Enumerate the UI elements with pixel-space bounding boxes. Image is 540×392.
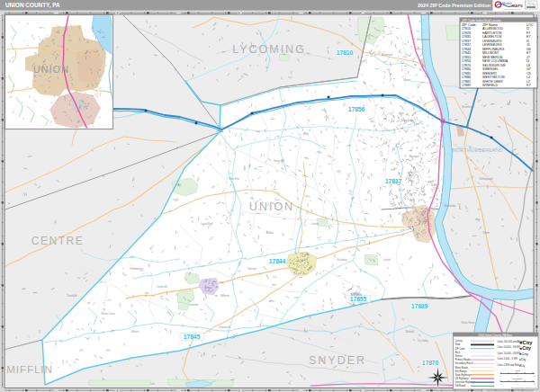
svg-text:Dewart: Dewart	[403, 78, 410, 82]
svg-text:17837: 17837	[462, 40, 471, 43]
svg-text:LAURELTON: LAURELTON	[482, 35, 502, 39]
svg-text:17870: 17870	[422, 360, 439, 366]
svg-text:Salem: Salem	[482, 231, 489, 235]
svg-text:NEW COLUMBIA: NEW COLUMBIA	[482, 59, 508, 63]
svg-text:Mazeppa: Mazeppa	[410, 155, 419, 158]
svg-text:17829: 17829	[462, 31, 471, 35]
svg-text:ZIP Name: ZIP Name	[482, 23, 498, 27]
svg-text:MILLMONT: MILLMONT	[482, 51, 500, 55]
svg-text:West End: West End	[229, 177, 239, 181]
svg-text:LEWISBURG: LEWISBURG	[482, 43, 502, 47]
svg-text:Watsontown: Watsontown	[417, 38, 430, 41]
svg-text:●City: ●City	[519, 364, 526, 368]
svg-text:Montandon: Montandon	[445, 204, 457, 208]
svg-text:Lochiel: Lochiel	[383, 258, 392, 262]
svg-text:Miles: Miles	[515, 370, 520, 372]
svg-text:G7: G7	[526, 67, 531, 71]
svg-text:State Highways: State Highways	[455, 373, 472, 377]
svg-text:UNION: UNION	[33, 64, 69, 75]
svg-text:F7: F7	[526, 31, 530, 35]
svg-text:17889: 17889	[462, 84, 471, 87]
svg-text:17856: 17856	[462, 59, 471, 63]
svg-text:New Berlin: New Berlin	[351, 293, 363, 297]
svg-text:●City: ●City	[519, 352, 529, 356]
svg-text:Chillisquaque: Chillisquaque	[479, 177, 493, 181]
svg-text:2024 ZIP Code Premium Edition: 2024 ZIP Code Premium Edition	[418, 3, 490, 8]
svg-text:17855: 17855	[462, 56, 471, 59]
svg-text:17886: 17886	[462, 76, 471, 79]
svg-text:Weikert: Weikert	[131, 330, 140, 334]
svg-text:Forest Hill: Forest Hill	[274, 159, 284, 163]
svg-text:17837: 17837	[462, 43, 471, 47]
svg-text:US Highways: US Highways	[455, 377, 470, 380]
svg-text:Allenwood: Allenwood	[382, 53, 393, 57]
svg-text:Streets: Streets	[455, 354, 464, 358]
svg-text:J5: J5	[526, 43, 530, 47]
svg-text:17870: 17870	[462, 64, 471, 67]
svg-text:17844: 17844	[269, 258, 286, 264]
svg-text:E7: E7	[526, 51, 530, 55]
svg-text:Copyright 2024 MarketMAPS: Copyright 2024 MarketMAPS	[511, 387, 537, 388]
svg-text:SNYDER: SNYDER	[309, 354, 366, 367]
svg-text:Laurel Park: Laurel Park	[201, 222, 213, 226]
svg-text:E7: E7	[526, 35, 530, 39]
svg-text:MAPS 6277: MAPS 6277	[526, 4, 536, 5]
svg-text:17810: 17810	[337, 49, 354, 56]
svg-text:MIFFLINBURG: MIFFLINBURG	[482, 48, 505, 51]
svg-text:WEIKERT: WEIKERT	[482, 72, 498, 76]
svg-text:17855: 17855	[350, 296, 367, 302]
svg-text:Rails: Rails	[455, 351, 461, 354]
svg-text:State: State	[455, 343, 462, 346]
svg-text:WINFIELD: WINFIELD	[482, 84, 499, 87]
svg-text:C8: C8	[526, 72, 531, 76]
svg-text:I3: I3	[526, 59, 529, 63]
svg-text:LYCOMING: LYCOMING	[232, 43, 306, 56]
svg-text:17844: 17844	[462, 48, 471, 51]
svg-text:Hummels: Hummels	[130, 267, 141, 271]
svg-text:17880: 17880	[462, 67, 471, 71]
svg-text:17889: 17889	[411, 303, 428, 309]
svg-text:17837: 17837	[385, 178, 402, 184]
svg-text:Minor Roads: Minor Roads	[455, 366, 469, 370]
svg-text:Cities 5,000 - 9,999: Cities 5,000 - 9,999	[498, 357, 518, 361]
svg-text:MIFFLIN: MIFFLIN	[6, 364, 53, 375]
svg-text:White Deer: White Deer	[401, 119, 413, 122]
svg-text:Potts Grove: Potts Grove	[462, 105, 474, 109]
svg-text:Troxelville: Troxelville	[67, 294, 77, 298]
svg-text:17810: 17810	[462, 27, 471, 31]
svg-text:SWENGEL: SWENGEL	[482, 67, 499, 71]
svg-text:County: County	[455, 339, 464, 343]
svg-text:J7: J7	[526, 56, 530, 59]
svg-text:Vicksburg: Vicksburg	[337, 258, 347, 262]
svg-text:Penns Creek: Penns Creek	[102, 312, 116, 316]
svg-text:L8: L8	[526, 64, 530, 67]
svg-text:Dry Valley: Dry Valley	[418, 339, 428, 343]
svg-text:2024 Union County, PA Map: 2024 Union County, PA Map	[478, 334, 512, 337]
svg-text:Exit Ramps: Exit Ramps	[455, 370, 468, 373]
svg-text:I5: I5	[526, 40, 529, 43]
svg-text:NEW BERLIN: NEW BERLIN	[482, 56, 503, 59]
svg-text:●City: ●City	[519, 358, 526, 361]
svg-text:I2: I2	[526, 27, 529, 31]
svg-text:Cities 10,000 - 49,999: Cities 10,000 - 49,999	[498, 352, 521, 355]
svg-text:WEST MILTON: WEST MILTON	[482, 76, 505, 79]
svg-text:17845: 17845	[184, 334, 201, 340]
svg-text:HARTLETON: HARTLETON	[482, 31, 502, 35]
svg-text:WHITE DEER: WHITE DEER	[482, 80, 503, 84]
svg-text:17856: 17856	[348, 106, 365, 112]
svg-text:Millmont: Millmont	[220, 294, 230, 298]
svg-text:Toll Roads: Toll Roads	[455, 384, 467, 388]
svg-text:●City: ●City	[519, 340, 533, 345]
svg-text:Selins Grove: Selins Grove	[462, 321, 475, 325]
svg-text:Laurelton: Laurelton	[189, 303, 199, 307]
svg-text:UNION COUNTY, PA: UNION COUNTY, PA	[5, 2, 60, 9]
svg-text:Cities 50,000 - 99,999: Cities 50,000 - 99,999	[498, 345, 521, 349]
svg-text:Kilometers: Kilometers	[512, 378, 523, 380]
svg-text:ZIP Code: ZIP Code	[455, 347, 465, 351]
svg-text:Winfield: Winfield	[405, 330, 414, 334]
svg-text:UNION: UNION	[249, 200, 294, 213]
svg-text:ZIP Code Index/Grid Locator: ZIP Code Index/Grid Locator	[463, 19, 502, 22]
svg-text:G6: G6	[526, 48, 531, 51]
svg-text:LOC: LOC	[526, 23, 534, 27]
svg-text:ALLENWOOD: ALLENWOOD	[482, 27, 503, 31]
